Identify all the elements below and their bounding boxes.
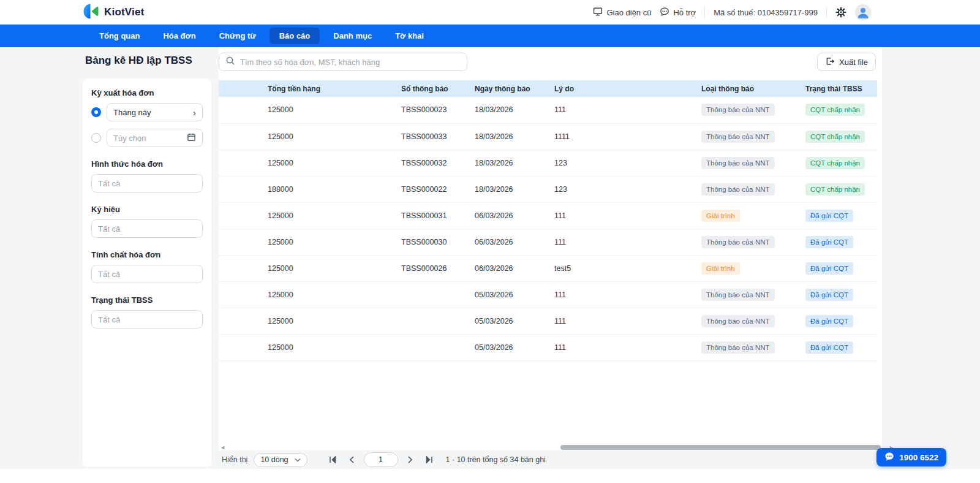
table-row[interactable]: 188000TBSS00002218/03/2026123Thông báo c… [219,176,877,202]
cell-notice-type: Thông báo của NNT [696,281,801,308]
page-number-input[interactable] [364,452,398,467]
cell-notice-type: Thông báo của NNT [696,229,801,255]
cell-tbss-status-badge: Đã gửi CQT [805,315,853,327]
cell-total: 125000 [263,255,396,281]
tax-code: Mã số thuế: 0104359717-999 [714,8,818,17]
user-avatar[interactable] [855,4,871,20]
nav-item-1[interactable]: Hóa đơn [153,28,205,44]
nav-item-0[interactable]: Tổng quan [89,28,149,44]
settings-gear-icon[interactable] [835,7,846,18]
divider [704,6,705,18]
chat-icon [660,7,669,18]
horizontal-scrollbar[interactable]: ◄ ► [219,444,882,451]
nav-item-2[interactable]: Chứng từ [209,28,266,44]
support-phone-button[interactable]: 1900 6522 [876,448,946,466]
page-title: Bảng kê HĐ lập TBSS [85,55,192,67]
radio-custom-period[interactable] [91,133,101,143]
old-ui-link[interactable]: Giao diện cũ [593,7,651,18]
cell-total: 125000 [263,308,396,334]
nav-item-4[interactable]: Danh mục [323,28,382,44]
filter-input-3[interactable] [91,310,203,329]
cell-notice-date: 05/03/2026 [470,308,549,334]
period-this-month-select[interactable]: Tháng này › [107,103,203,121]
cell-reason: 111 [549,281,696,308]
cell-notice-type-badge: Thông báo của NNT [701,289,775,301]
cell-notice-type: Thông báo của NNT [696,334,801,360]
last-page-button[interactable] [422,456,436,463]
scroll-left-arrow-icon[interactable]: ◄ [220,444,225,451]
brand-logo[interactable]: KiotViet [83,3,145,22]
next-page-button[interactable] [404,456,416,463]
chat-bubble-icon [884,452,894,463]
monitor-icon [593,7,603,18]
filter-input-0[interactable] [91,174,203,192]
support-link[interactable]: Hỗ trợ [660,7,696,18]
table-row[interactable]: 125000TBSS00003218/03/2026123Thông báo c… [219,150,877,176]
search-input[interactable] [240,58,461,67]
table-row[interactable]: 125000TBSS00002318/03/2026111Thông báo c… [219,97,877,123]
export-icon [825,56,835,68]
cell-notice-type-badge: Thông báo của NNT [701,341,775,354]
export-file-button[interactable]: Xuất file [817,53,876,71]
table-row[interactable]: 12500005/03/2026111Thông báo của NNTĐã g… [219,308,877,334]
cell-tbss-status-badge: Đã gửi CQT [805,262,853,275]
bottom-strip [0,469,980,483]
column-header-4: Loại thông báo [696,80,801,97]
cell-tbss-status-badge: Đã gửi CQT [805,210,853,222]
table-row[interactable]: 12500005/03/2026111Thông báo của NNTĐã g… [219,334,877,360]
cell-total: 125000 [263,97,396,123]
table-row[interactable]: 125000TBSS00003318/03/20261111Thông báo … [219,123,877,150]
column-header-2: Ngày thông báo [470,80,549,97]
cell-tbss-status: Đã gửi CQT [801,281,877,308]
cell-notice-type: Thông báo của NNT [696,150,801,176]
table-row[interactable]: 125000TBSS00003106/03/2026111Giải trìnhĐ… [219,202,877,229]
cell-notice-type-badge: Thông báo của NNT [701,315,775,327]
main-nav: Tổng quanHóa đơnChứng từBáo cáoDanh mụcT… [0,25,980,47]
cell-notice-type-badge: Giải trình [701,262,740,275]
nav-item-3[interactable]: Báo cáo [270,28,320,44]
cell-notice-type: Thông báo của NNT [696,123,801,150]
cell-notice-date: 05/03/2026 [470,334,549,360]
scrollbar-thumb[interactable] [560,445,881,450]
brand-name: KiotViet [104,6,145,18]
table-row[interactable]: 125000TBSS00002606/03/2026test5Giải trìn… [219,255,877,281]
period-custom-select[interactable]: Tùy chọn [107,129,203,147]
filter-input-2[interactable] [91,265,203,283]
filter-input-1[interactable] [91,219,203,238]
divider [826,6,827,18]
cell-reason: 111 [549,308,696,334]
first-page-button[interactable] [326,456,340,463]
top-bar-right: Giao diện cũ Hỗ trợ Mã số thuế: 01043597… [593,4,871,20]
filter-label: Hình thức hóa đơn [91,159,203,169]
nav-item-5[interactable]: Tờ khai [385,28,434,44]
main-panel: Xuất file Tổng tiền hàngSố thông báoNgày… [219,47,882,451]
app-root: KiotViet Giao diện cũ [0,0,980,483]
phone-number: 1900 6522 [899,453,938,462]
page-size-select[interactable]: 10 dòng [254,453,307,467]
cell-spacer [219,255,263,281]
table-row[interactable]: 12500005/03/2026111Thông báo của NNTĐã g… [219,281,877,308]
radio-this-month[interactable] [91,107,101,117]
table-row[interactable]: 125000TBSS00003006/03/2026111Thông báo c… [219,229,877,255]
header-spacer [219,80,263,97]
cell-reason: 123 [549,150,696,176]
cell-spacer [219,308,263,334]
pagination-bar: Hiển thị 10 dòng [219,451,882,469]
cell-notice-no: TBSS000026 [396,255,470,281]
cell-notice-no [396,334,470,360]
prev-page-button[interactable] [346,456,358,463]
cell-tbss-status: CQT chấp nhận [801,97,877,123]
column-header-1: Số thông báo [396,80,470,97]
records-info: 1 - 10 trên tổng số 34 bản ghi [446,455,546,464]
cell-reason: 123 [549,176,696,202]
top-bar: KiotViet Giao diện cũ [0,0,980,25]
cell-reason: 111 [549,97,696,123]
cell-tbss-status: CQT chấp nhận [801,123,877,150]
cell-notice-date: 05/03/2026 [470,281,549,308]
cell-tbss-status: Đã gửi CQT [801,308,877,334]
cell-reason: 111 [549,202,696,229]
cell-total: 125000 [263,281,396,308]
cell-tbss-status: Đã gửi CQT [801,334,877,360]
column-header-3: Lý do [549,80,696,97]
cell-tbss-status: CQT chấp nhận [801,150,877,176]
